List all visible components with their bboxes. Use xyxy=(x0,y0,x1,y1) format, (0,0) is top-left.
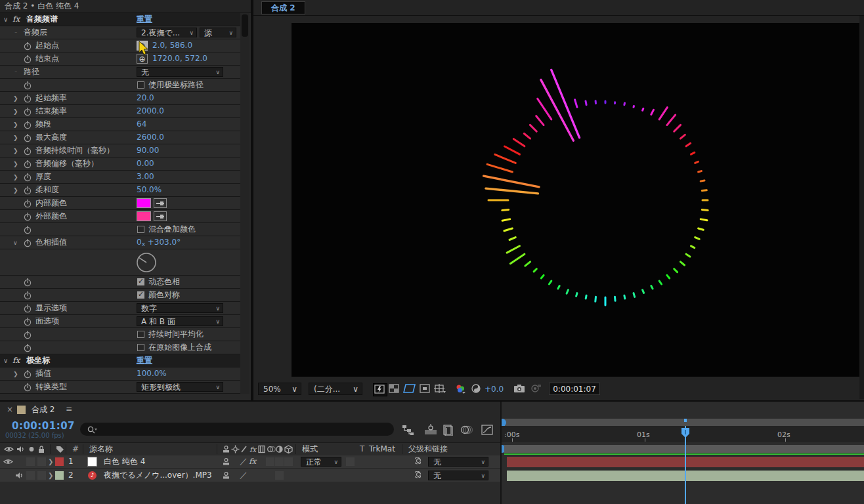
hue-value[interactable]: 0x +303.0° xyxy=(137,236,181,249)
stopwatch-icon[interactable] xyxy=(24,238,32,247)
layer-label-color[interactable] xyxy=(55,457,64,466)
stopwatch-icon[interactable] xyxy=(24,159,32,169)
viewer-timecode[interactable]: 0:00:01:07 xyxy=(549,383,600,395)
param-checkbox[interactable] xyxy=(137,278,144,285)
stopwatch-icon[interactable] xyxy=(24,146,32,156)
shy-toggle[interactable] xyxy=(222,457,230,470)
param-dropdown[interactable]: A 和 B 面∨ xyxy=(137,316,223,326)
stopwatch-icon[interactable] xyxy=(24,304,32,313)
switch-cell[interactable] xyxy=(266,457,274,466)
collapse-chevron-icon[interactable]: ∨ xyxy=(3,354,8,367)
eyedropper-icon[interactable] xyxy=(154,211,167,221)
parent-dropdown[interactable]: 无∨ xyxy=(428,471,488,480)
stopwatch-icon[interactable] xyxy=(24,369,32,379)
fx-toggle[interactable]: fx xyxy=(249,455,256,468)
solo-cell[interactable] xyxy=(26,471,35,480)
layer-source-name[interactable]: 白色 纯色 4 xyxy=(104,455,145,468)
switch-cell[interactable] xyxy=(275,457,284,466)
exposure-icon[interactable] xyxy=(470,383,483,395)
motion-blur-icon[interactable] xyxy=(460,424,473,436)
expand-chevron-icon[interactable]: ❯ xyxy=(13,93,18,105)
stopwatch-icon[interactable] xyxy=(24,278,32,287)
time-navigator-scrollbar[interactable] xyxy=(502,419,864,426)
stopwatch-icon[interactable] xyxy=(24,186,32,195)
stopwatch-icon[interactable] xyxy=(24,54,32,64)
transparency-grid-icon[interactable] xyxy=(388,383,401,395)
quality-toggle[interactable]: ／ xyxy=(240,469,248,482)
param-checkbox[interactable] xyxy=(137,291,144,299)
lock-cell[interactable] xyxy=(37,457,46,466)
stopwatch-icon[interactable] xyxy=(24,120,32,129)
color-swatch[interactable] xyxy=(137,211,151,221)
region-of-interest-icon[interactable] xyxy=(419,383,432,395)
lock-cell[interactable] xyxy=(37,471,46,480)
parent-pickwhip-icon[interactable] xyxy=(415,471,424,484)
param-value[interactable]: 3.00 xyxy=(137,171,154,183)
stopwatch-icon[interactable] xyxy=(24,212,32,221)
shy-toggle[interactable] xyxy=(222,471,230,484)
graph-editor-icon[interactable] xyxy=(481,424,494,436)
frame-blending-icon[interactable] xyxy=(442,424,455,436)
fast-preview-icon[interactable] xyxy=(373,383,387,396)
blend-mode-dropdown[interactable]: 正常∨ xyxy=(301,457,341,467)
stopwatch-icon[interactable] xyxy=(24,291,32,300)
snapshot-camera-icon[interactable] xyxy=(513,383,526,395)
solo-cell[interactable] xyxy=(26,457,35,466)
expand-chevron-icon[interactable]: ❯ xyxy=(13,119,18,131)
stopwatch-icon[interactable] xyxy=(24,225,32,234)
effect-reset-link[interactable]: 重置 xyxy=(137,354,152,367)
expand-chevron-icon[interactable]: ❯ xyxy=(13,145,18,158)
parent-pickwhip-icon[interactable] xyxy=(415,457,424,470)
layer-audio-speaker-icon[interactable] xyxy=(14,471,24,484)
param-value[interactable]: 2.0, 586.0 xyxy=(152,39,192,52)
expand-chevron-icon[interactable]: ❯ xyxy=(13,171,18,184)
viewer-scrollbar[interactable] xyxy=(859,16,864,399)
stopwatch-icon[interactable] xyxy=(24,383,32,392)
timeline-search-input[interactable] xyxy=(80,423,394,436)
stopwatch-icon[interactable] xyxy=(24,133,32,142)
param-value[interactable]: 2600.0 xyxy=(137,131,164,144)
layer-expand-chevron-icon[interactable]: ❯ xyxy=(48,469,53,482)
hide-shy-layers-icon[interactable] xyxy=(423,424,437,436)
layer-visibility-eye-icon[interactable] xyxy=(3,457,13,470)
expand-chevron-icon[interactable]: ❯ xyxy=(13,106,18,118)
channel-rgb-icon[interactable] xyxy=(454,383,467,395)
timeline-tab-comp2[interactable]: 合成 2 xyxy=(32,404,54,415)
layer-label-color[interactable] xyxy=(55,471,64,480)
guides-grid-options-icon[interactable] xyxy=(433,383,446,395)
collapse-chevron-icon[interactable]: ∨ xyxy=(13,237,18,249)
eyedropper-icon[interactable] xyxy=(154,198,167,208)
source-name-column-header[interactable]: 源名称 xyxy=(89,443,113,455)
param-value[interactable]: 50.0% xyxy=(137,184,162,196)
switch-cell[interactable] xyxy=(284,457,293,466)
quality-toggle[interactable]: ／ xyxy=(240,455,248,468)
stopwatch-icon[interactable] xyxy=(24,317,32,326)
param-value[interactable]: 20.0 xyxy=(137,92,154,104)
param-dropdown[interactable]: 数字∨ xyxy=(137,303,223,313)
stopwatch-icon[interactable] xyxy=(24,343,32,352)
stopwatch[interactable] xyxy=(24,383,32,395)
cti-head[interactable] xyxy=(681,427,690,439)
trkmat-column-header[interactable]: TrkMat xyxy=(369,443,395,455)
expand-chevron-icon[interactable]: ❯ xyxy=(13,158,18,171)
show-snapshot-icon[interactable] xyxy=(529,383,542,395)
param-checkbox[interactable] xyxy=(137,226,144,233)
parent-link-column-header[interactable]: 父级和链接 xyxy=(408,443,448,455)
param-checkbox[interactable] xyxy=(137,331,144,338)
param-checkbox[interactable] xyxy=(137,81,144,89)
effects-scrollbar[interactable] xyxy=(240,13,249,394)
current-timecode[interactable]: 0:00:01:07 xyxy=(12,420,75,432)
close-tab-icon[interactable]: × xyxy=(7,405,13,414)
stopwatch-icon[interactable] xyxy=(24,41,32,51)
color-swatch[interactable] xyxy=(137,198,151,208)
parent-dropdown[interactable]: 无∨ xyxy=(428,457,488,467)
t-column-header[interactable]: T xyxy=(360,443,364,455)
mode-column-header[interactable]: 模式 xyxy=(302,443,318,455)
param-dropdown[interactable]: 无∨ xyxy=(137,67,223,77)
layer-row-2[interactable]: ❯2♪夜撫でるメノウ...over）.MP3／无∨ xyxy=(0,469,500,482)
collapse-chevron-icon[interactable]: ∨ xyxy=(3,13,8,26)
param-value[interactable]: 90.00 xyxy=(137,144,159,157)
param-dropdown[interactable]: 矩形到极线∨ xyxy=(137,382,223,392)
trkmat-cell[interactable] xyxy=(346,457,355,466)
stopwatch-icon[interactable] xyxy=(24,330,32,339)
